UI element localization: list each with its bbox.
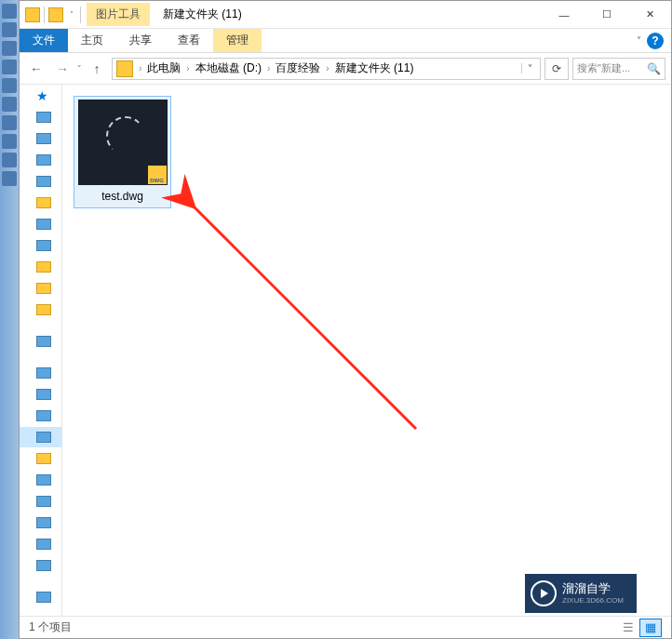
sidebar-item[interactable] [20,448,61,469]
sidebar-item[interactable] [20,384,61,405]
sidebar-quick-access[interactable]: ★ [20,86,61,106]
qat-dropdown-icon[interactable]: ˅ [67,10,76,19]
share-tab[interactable]: 共享 [116,29,165,52]
sidebar-item[interactable] [20,150,61,170]
star-icon: ★ [36,88,49,103]
sidebar-item[interactable] [20,470,61,490]
chevron-right-icon[interactable]: › [135,63,145,73]
status-bar: 1 个项目 ☰ ▦ [20,616,671,638]
folder-icon [36,197,51,208]
folder-icon[interactable] [48,7,63,22]
folder-icon [36,517,51,528]
folder-icon [36,112,51,123]
folder-icon [116,60,133,77]
search-input[interactable]: 搜索"新建... 🔍 [572,58,665,80]
folder-icon [36,410,51,421]
file-name-label: test.dwg [77,185,168,205]
folder-icon [36,240,51,251]
file-explorer-window: ˅ 图片工具 新建文件夹 (11) — ☐ ✕ 文件 主页 共享 查看 管理 ˅… [19,0,672,639]
thumbnails-view-button[interactable]: ▦ [639,619,662,637]
folder-icon [36,453,51,464]
minimize-button[interactable]: — [543,1,585,29]
file-thumbnail: DWG [78,100,168,185]
file-tab[interactable]: 文件 [20,29,68,52]
sidebar-item[interactable] [20,331,61,352]
watermark-subtitle: ZIXUE.3D66.COM [562,596,624,605]
folder-icon [36,304,51,315]
folder-icon [36,219,51,230]
sidebar-item[interactable] [20,171,61,192]
folder-icon [36,560,51,571]
folder-icon [36,496,51,507]
sidebar-item[interactable] [20,513,61,533]
play-icon [531,580,557,606]
navigation-pane[interactable]: ★ [20,85,62,616]
folder-icon [36,474,51,486]
folder-icon [36,133,51,144]
forward-button[interactable]: → [51,58,74,80]
home-tab[interactable]: 主页 [68,29,116,52]
title-bar[interactable]: ˅ 图片工具 新建文件夹 (11) — ☐ ✕ [20,1,671,29]
file-item-selected[interactable]: DWG test.dwg [74,96,171,208]
maximize-button[interactable]: ☐ [585,1,628,29]
sidebar-item[interactable] [20,587,61,607]
pc-icon [36,367,51,379]
ribbon-collapse-icon[interactable]: ˅ [637,35,641,46]
window-title: 新建文件夹 (11) [150,7,543,22]
breadcrumb-segment[interactable]: 本地磁盘 (D:) [194,60,263,76]
folder-icon [36,154,51,166]
up-button[interactable]: ↑ [86,58,108,80]
sidebar-item[interactable] [20,214,61,234]
sidebar-item[interactable] [20,193,61,213]
sidebar-item[interactable] [20,257,61,277]
sidebar-this-pc[interactable] [20,363,61,383]
file-list-area[interactable]: DWG test.dwg [62,85,671,616]
folder-icon[interactable] [25,7,40,22]
chevron-right-icon[interactable]: › [322,63,332,73]
folder-icon [36,261,51,273]
desktop-background-edge [0,0,19,639]
sidebar-item[interactable] [20,278,61,299]
sidebar-item[interactable] [20,235,61,256]
refresh-button[interactable]: ⟳ [544,58,569,80]
folder-icon [36,283,51,294]
address-bar[interactable]: › 此电脑 › 本地磁盘 (D:) › 百度经验 › 新建文件夹 (11) ˅ [112,58,541,80]
breadcrumb-segment[interactable]: 百度经验 [274,60,322,76]
sidebar-item[interactable] [20,128,61,149]
folder-icon [36,539,51,550]
chevron-right-icon[interactable]: › [263,63,274,73]
contextual-tab-label: 图片工具 [87,3,150,26]
item-count-label: 1 个项目 [29,619,72,635]
sidebar-item[interactable] [20,534,61,554]
folder-icon [36,432,51,443]
svg-line-0 [193,206,416,429]
details-view-button[interactable]: ☰ [617,619,639,637]
pc-icon [36,336,51,347]
breadcrumb-segment[interactable]: 此电脑 [145,60,182,76]
sidebar-item[interactable] [20,555,61,576]
breadcrumb-segment[interactable]: 新建文件夹 (11) [333,60,416,76]
folder-icon [36,389,51,400]
close-button[interactable]: ✕ [628,1,671,29]
folder-icon [36,176,51,187]
search-placeholder: 搜索"新建... [577,61,643,75]
watermark-title: 溜溜自学 [562,582,624,595]
sidebar-item[interactable] [20,491,61,512]
chevron-right-icon[interactable]: › [182,63,193,73]
sidebar-item[interactable] [20,300,61,320]
back-button[interactable]: ← [25,58,47,80]
watermark-badge: 溜溜自学 ZIXUE.3D66.COM [525,574,637,613]
history-dropdown-icon[interactable]: ˅ [77,64,82,73]
quick-access-toolbar: ˅ [20,7,87,23]
sidebar-item[interactable] [20,406,61,426]
sidebar-item-selected[interactable] [20,427,61,447]
folder-icon [36,592,51,603]
help-icon[interactable]: ? [647,33,664,49]
sidebar-item[interactable] [20,107,61,127]
view-tab[interactable]: 查看 [165,29,213,52]
manage-tab[interactable]: 管理 [213,29,262,52]
ribbon-tabs: 文件 主页 共享 查看 管理 ˅ ? [20,29,671,53]
navigation-bar: ← → ˅ ↑ › 此电脑 › 本地磁盘 (D:) › 百度经验 › 新建文件夹… [20,53,671,85]
search-icon: 🔍 [647,62,661,75]
address-dropdown-icon[interactable]: ˅ [521,63,538,73]
